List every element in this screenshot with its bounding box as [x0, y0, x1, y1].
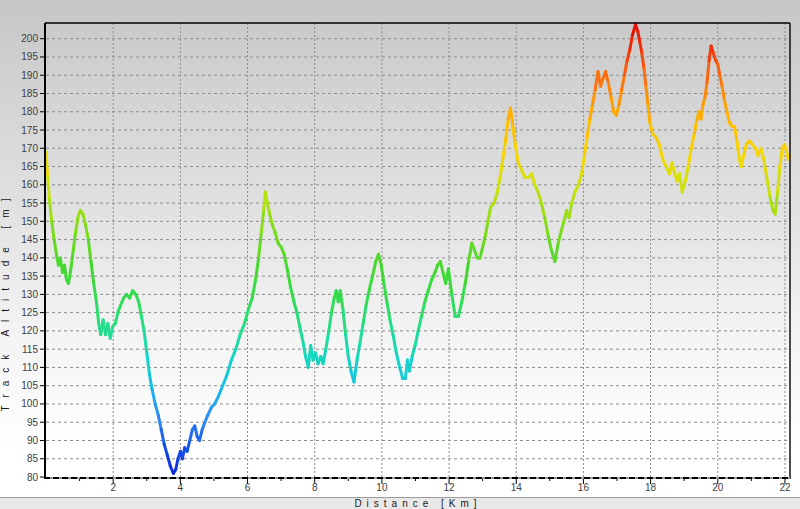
x-tick-label: 10: [376, 482, 388, 493]
y-tick-label: 100: [21, 398, 38, 409]
y-tick-label: 180: [21, 106, 38, 117]
y-tick-label: 80: [27, 472, 39, 483]
x-tick-label: 14: [511, 482, 523, 493]
y-axis-title: Track Altitude [m]: [0, 165, 14, 437]
y-tick-label: 110: [22, 362, 38, 373]
altitude-chart-window: { "window": { "background_top": "#c6c6c6…: [0, 0, 800, 509]
y-tick-label: 175: [21, 125, 38, 136]
y-tick-label: 105: [21, 380, 38, 391]
x-tick-label: 22: [779, 482, 791, 493]
x-tick-label: 20: [712, 482, 724, 493]
y-tick-label: 145: [21, 234, 38, 245]
y-tick-label: 140: [21, 252, 38, 263]
x-axis-title-bar: Distance [Km]: [0, 497, 800, 509]
y-tick-label: 90: [27, 435, 39, 446]
y-tick-label: 185: [21, 88, 38, 99]
y-tick-label: 85: [27, 453, 39, 464]
altitude-profile-plot: 8085909510010511011512012513013514014515…: [0, 0, 800, 509]
y-tick-label: 95: [27, 417, 39, 428]
x-tick-label: 2: [110, 482, 116, 493]
y-tick-label: 150: [21, 216, 38, 227]
x-tick-label: 4: [178, 482, 184, 493]
x-tick-label: 16: [578, 482, 590, 493]
y-tick-label: 160: [21, 179, 38, 190]
y-tick-label: 125: [21, 307, 38, 318]
y-tick-label: 200: [21, 33, 38, 44]
y-tick-label: 170: [21, 143, 38, 154]
x-tick-label: 6: [245, 482, 251, 493]
y-tick-label: 195: [21, 51, 38, 62]
y-tick-label: 135: [21, 271, 38, 282]
y-tick-label: 190: [21, 70, 38, 81]
x-axis-title: Distance [Km]: [46, 498, 790, 509]
track-altitude-line: [46, 24, 790, 473]
x-tick-label: 12: [444, 482, 456, 493]
y-tick-label: 165: [21, 161, 38, 172]
y-tick-label: 120: [21, 325, 38, 336]
x-tick-label: 18: [645, 482, 657, 493]
tick-labels: 8085909510010511011512012513013514014515…: [21, 33, 791, 493]
x-tick-label: 8: [312, 482, 318, 493]
y-tick-label: 155: [21, 198, 38, 209]
y-tick-label: 115: [22, 344, 38, 355]
y-tick-label: 130: [21, 289, 38, 300]
